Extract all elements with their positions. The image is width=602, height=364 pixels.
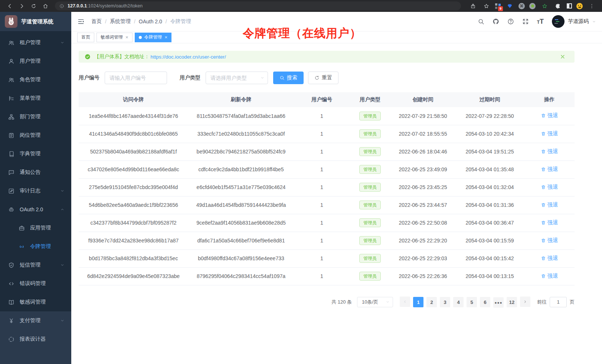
fullscreen-icon[interactable] (522, 18, 529, 25)
sidebar-item-role[interactable]: 角色管理 (0, 70, 71, 89)
goto-page-input[interactable] (550, 297, 567, 307)
site-info-icon[interactable] (59, 4, 64, 9)
user-id-cell: 1 (294, 178, 350, 196)
tab-sensitive-word[interactable]: 敏感词管理× (96, 33, 132, 42)
app-logo[interactable]: 芋道管理系统 (0, 12, 71, 31)
reader-mode-icon[interactable] (567, 3, 572, 9)
font-size-icon[interactable]: TT (537, 18, 544, 25)
org-icon (8, 114, 14, 120)
force-logout-button[interactable]: 强退 (541, 202, 558, 208)
page-button-4[interactable]: 4 (453, 297, 464, 307)
badge-icon (8, 132, 14, 139)
help-icon[interactable] (507, 18, 514, 25)
page-button-6[interactable]: 6 (480, 297, 490, 307)
next-page-button[interactable] (520, 297, 530, 307)
trash-icon (541, 167, 546, 172)
sidebar-item-dept[interactable]: 部门管理 (0, 107, 71, 126)
sidebar-item-user[interactable]: 用户管理 (0, 52, 71, 70)
force-logout-button[interactable]: 强退 (541, 237, 558, 244)
sidebar-item-error-code[interactable]: 错误码管理 (0, 274, 71, 293)
info-alert: 【用户体系】文档地址： https://doc.iocoder.cn/user-… (79, 51, 575, 63)
gem-icon[interactable] (505, 1, 514, 10)
sidebar-item-oauth2-token[interactable]: A令牌管理 (0, 237, 71, 256)
sidebar-item-menu[interactable]: 菜单管理 (0, 89, 71, 107)
breadcrumb-item[interactable]: OAuth 2.0 (139, 19, 162, 24)
bookmark-star-icon[interactable] (482, 1, 491, 10)
reload-icon[interactable] (29, 1, 38, 10)
user-id-input[interactable] (105, 72, 167, 84)
home-icon[interactable] (41, 1, 50, 10)
access-token-cell: 275e5de9151045fe87cbdc395e004f4d (79, 178, 188, 196)
sidebar-item-pay[interactable]: 支付管理 (0, 311, 71, 330)
sidebar-item-oauth2[interactable]: OAuth 2.0 (0, 200, 71, 219)
alert-text: 【用户体系】文档地址： (94, 53, 150, 60)
tab-label: 令牌管理 (144, 34, 162, 40)
sidebar-collapse-icon[interactable] (77, 18, 85, 25)
puzzle-icon[interactable] (553, 1, 562, 10)
page-size-select[interactable]: 10条/页 (357, 297, 393, 307)
access-token-cell: 502375b8040a469a9b82188afdf6af1f (79, 143, 188, 161)
refresh-token-cell: e6cfd40eb1f54571a31e775e039c4624 (188, 178, 294, 196)
sidebar-item-tenant[interactable]: 租户管理 (0, 33, 71, 52)
sidebar-item-post[interactable]: 岗位管理 (0, 126, 71, 145)
expire-time-cell: 2054-03-04 00:15:42 (455, 249, 524, 267)
force-logout-button[interactable]: 强退 (541, 148, 558, 155)
green-star-icon[interactable] (540, 1, 549, 10)
sidebar-item-notice[interactable]: 通知公告 (0, 163, 71, 182)
breadcrumb-item[interactable]: 系统管理 (110, 18, 131, 25)
back-icon[interactable] (5, 1, 14, 10)
menu-dots-icon[interactable] (587, 1, 596, 10)
page-button-3[interactable]: 3 (440, 297, 450, 307)
refresh-icon (314, 75, 320, 80)
doc-link[interactable]: https://doc.iocoder.cn/user-center/ (151, 54, 226, 60)
force-logout-button[interactable]: 强退 (541, 255, 558, 262)
record-circle-icon[interactable] (529, 3, 536, 9)
page-button-12[interactable]: 12 (507, 297, 517, 307)
page-button-1[interactable]: 1 (413, 297, 423, 307)
reset-button[interactable]: 重置 (308, 72, 338, 84)
force-logout-button[interactable]: 强退 (541, 166, 558, 173)
user-menu[interactable]: 芋道源码 (552, 15, 596, 28)
force-logout-button[interactable]: 强退 (541, 219, 558, 226)
force-logout-button[interactable]: 强退 (541, 130, 558, 137)
sidebar-bottom-section (0, 348, 71, 364)
sidebar-item-report-designer[interactable]: 报表设计器 (0, 330, 71, 348)
github-icon[interactable] (493, 18, 499, 25)
emoji-icon[interactable] (576, 3, 583, 9)
expire-time-cell: 2054-03-10 20:42:34 (455, 125, 524, 143)
force-logout-button[interactable]: 强退 (541, 273, 558, 279)
address-bar[interactable]: 127.0.0.1:1024/system/oauth2/token (55, 1, 461, 10)
page-button-5[interactable]: 5 (467, 297, 477, 307)
token-table: 访问令牌刷新令牌用户编号用户类型创建时间过期时间操作 1ea5e44f8bc14… (79, 92, 575, 285)
search-button[interactable]: 搜索 (273, 72, 304, 84)
tab-close-icon[interactable]: × (165, 35, 168, 40)
command-circle-icon[interactable]: ⌘ (518, 3, 525, 9)
sidebar-item-audit-log[interactable]: 审计日志 (0, 182, 71, 200)
success-check-icon (85, 54, 91, 60)
tab-close-icon[interactable]: × (125, 35, 128, 40)
forward-icon[interactable] (17, 1, 26, 10)
alert-close-icon[interactable] (560, 54, 566, 60)
dashedcircle-icon (8, 336, 14, 343)
share-icon[interactable] (468, 1, 477, 10)
tab-home[interactable]: 首页 (77, 33, 94, 42)
sidebar-item-sms[interactable]: 短信管理 (0, 256, 71, 274)
column-header: 用户编号 (294, 92, 350, 107)
force-logout-button[interactable]: 强退 (541, 112, 558, 119)
sidebar-item-sensitive-word[interactable]: 敏感词管理 (0, 293, 71, 311)
refresh-token-cell: b0df4980ffd34c67a08f9156e4eee733 (188, 249, 294, 267)
force-logout-button[interactable]: 强退 (541, 184, 558, 191)
tab-label: 首页 (81, 34, 90, 40)
access-token-cell: c347026e805e4d99b0d116eae66eda8c (79, 161, 188, 178)
user-type-select[interactable] (206, 72, 268, 84)
search-icon[interactable] (478, 18, 484, 25)
sidebar-item-dict[interactable]: 字典管理 (0, 145, 71, 163)
breadcrumb-item[interactable]: 首页 (91, 18, 102, 25)
expire-time-cell: 2054-03-04 01:35:48 (455, 161, 524, 178)
sidebar-item-oauth2-app[interactable]: 应用管理 (0, 219, 71, 237)
prev-page-button[interactable] (400, 297, 410, 307)
more-pages-button[interactable]: ●●● (493, 297, 504, 308)
tab-token[interactable]: 令牌管理× (135, 33, 172, 42)
extensions-grid-icon[interactable]: 9 (495, 3, 501, 9)
page-button-2[interactable]: 2 (426, 297, 437, 307)
